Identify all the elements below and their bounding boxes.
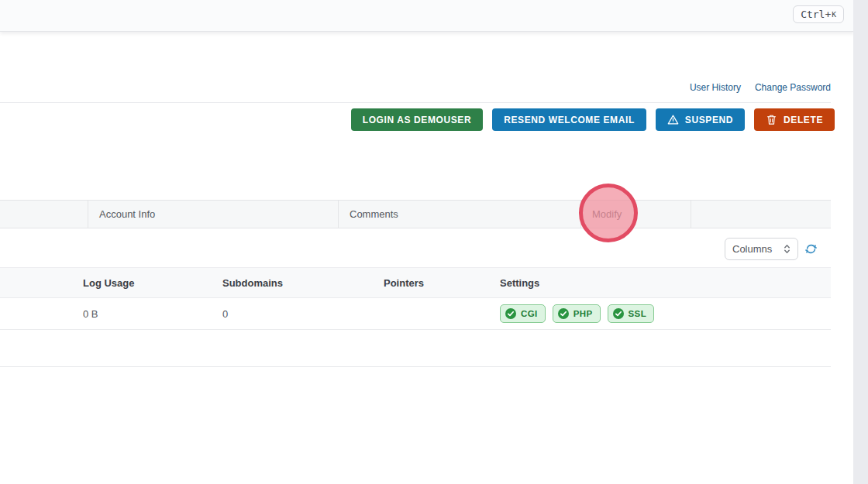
badge-label: PHP <box>574 309 593 318</box>
setting-badge-ssl: SSL <box>608 304 655 323</box>
tab-spacer <box>0 201 88 228</box>
user-history-link[interactable]: User History <box>690 82 741 93</box>
suspend-button-label: SUSPEND <box>685 115 733 125</box>
refresh-icon[interactable] <box>804 242 818 256</box>
select-chevrons-icon <box>784 244 790 254</box>
tab-comments[interactable]: Comments <box>339 201 581 228</box>
table-header-log-usage: Log Usage <box>83 277 222 289</box>
setting-badge-php: PHP <box>553 304 601 323</box>
shortcut-prefix: Ctrl+ <box>801 9 831 20</box>
header-divider <box>0 102 831 103</box>
table-bottom-border <box>0 366 831 367</box>
trash-icon <box>766 114 777 125</box>
columns-dropdown-label: Columns <box>732 243 772 255</box>
warning-icon <box>667 114 679 125</box>
tab-account-info[interactable]: Account Info <box>88 201 339 228</box>
resend-welcome-email-button[interactable]: RESEND WELCOME EMAIL <box>492 108 646 131</box>
table-header-pointers: Pointers <box>384 277 500 289</box>
delete-button[interactable]: DELETE <box>754 108 835 131</box>
log-usage-value: 0 B <box>83 308 222 320</box>
section-tabs: Account Info Comments Modify <box>0 200 831 228</box>
setting-badge-cgi: CGI <box>500 304 546 323</box>
badge-label: SSL <box>629 309 647 318</box>
suspend-button[interactable]: SUSPEND <box>656 108 745 131</box>
top-navbar: Ctrl+K <box>0 0 855 32</box>
tab-spacer-end <box>691 201 831 228</box>
login-as-user-button[interactable]: LOGIN AS DEMOUSER <box>351 108 483 131</box>
check-icon <box>558 308 569 319</box>
table-header-subdomains: Subdomains <box>222 277 384 289</box>
delete-button-label: DELETE <box>784 115 823 125</box>
page-background-strip <box>853 0 868 484</box>
shortcut-key: K <box>832 10 836 19</box>
columns-dropdown[interactable]: Columns <box>725 238 798 260</box>
keyboard-shortcut-badge[interactable]: Ctrl+K <box>793 5 844 23</box>
change-password-link[interactable]: Change Password <box>755 82 831 93</box>
check-icon <box>505 308 516 319</box>
badge-label: CGI <box>521 309 538 318</box>
user-table: Log Usage Subdomains Pointers Settings 0… <box>0 267 831 330</box>
header-links: User History Change Password <box>0 82 831 93</box>
table-header-row: Log Usage Subdomains Pointers Settings <box>0 267 831 298</box>
table-row: 0 B 0 CGI <box>0 298 831 330</box>
settings-badges: CGI PHP SSL <box>500 304 831 323</box>
action-buttons: LOGIN AS DEMOUSER RESEND WELCOME EMAIL S… <box>0 108 835 131</box>
tab-modify[interactable]: Modify <box>581 201 691 228</box>
user-admin-page: Ctrl+K User History Change Password LOGI… <box>0 0 868 484</box>
table-header-settings: Settings <box>500 277 831 289</box>
check-icon <box>613 308 624 319</box>
subdomains-value: 0 <box>222 308 384 320</box>
